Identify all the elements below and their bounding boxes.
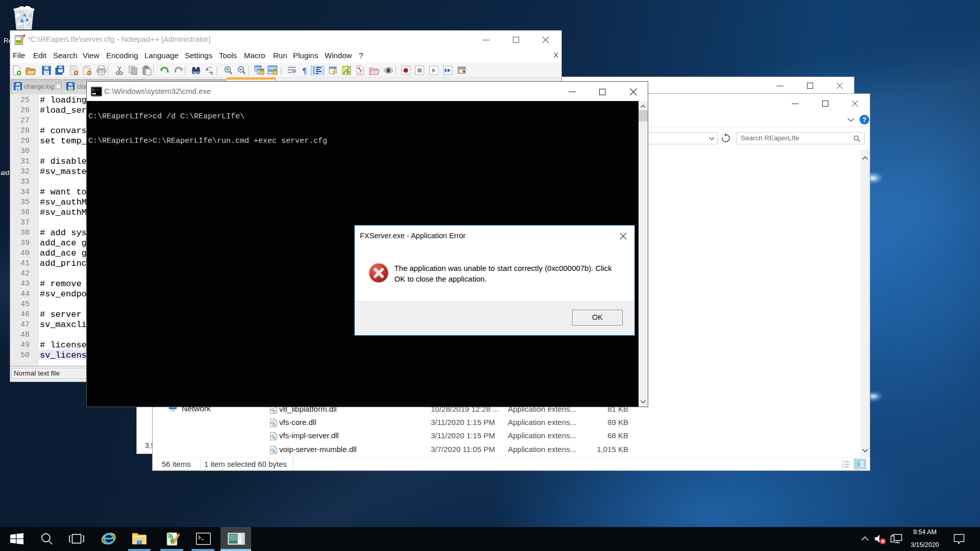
- svg-text:b: b: [210, 70, 213, 76]
- svg-text:a: a: [206, 66, 209, 71]
- svg-text:C:\: C:\: [92, 88, 99, 92]
- svg-text:¶: ¶: [302, 66, 307, 76]
